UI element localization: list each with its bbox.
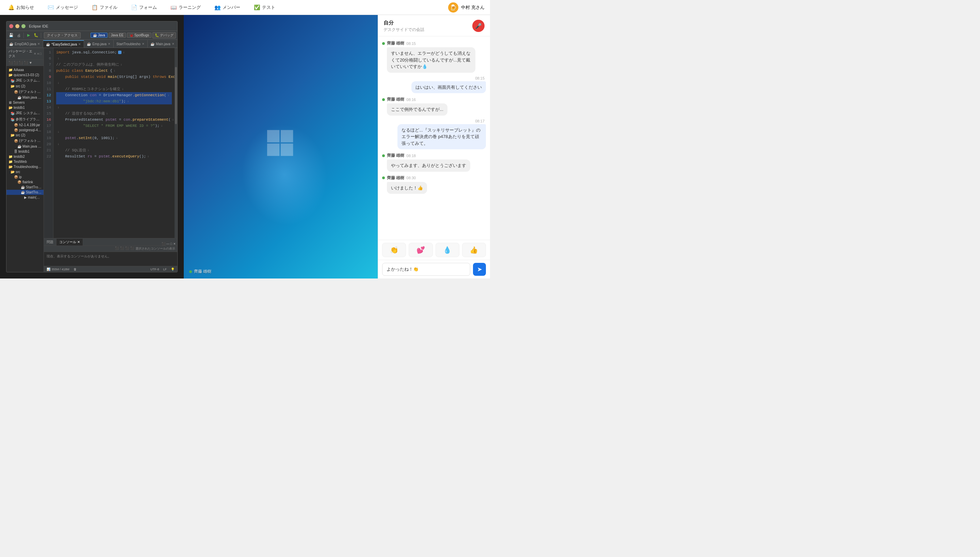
tree-item-default-pkg[interactable]: 📦 (デフォルト・パッケージ) (2) <box>7 89 44 95</box>
console-show-btn[interactable]: 選択されたコンソールの表示 <box>136 246 175 251</box>
chat-input[interactable] <box>382 263 470 276</box>
tree-item-src[interactable]: 📂 src (2) <box>7 84 44 89</box>
mic-button[interactable]: 🎤 <box>472 20 485 32</box>
tb-print-btn[interactable]: 🖨 <box>15 32 22 39</box>
console-icon3[interactable]: ⬛ <box>125 246 129 251</box>
tb-save-btn[interactable]: 💾 <box>8 32 15 39</box>
chat-send-button[interactable]: ➤ <box>473 263 486 276</box>
tab-close-empdao[interactable]: ✕ <box>38 42 40 46</box>
console-icon4[interactable]: ⬛ <box>130 246 134 251</box>
tab-empdao[interactable]: ☕ EmpDAO.java ✕ <box>7 40 43 47</box>
tab-easyselect[interactable]: ☕ *EasySelect.java ✕ <box>43 40 84 47</box>
editor-scrollbar[interactable] <box>175 48 177 238</box>
code-area[interactable]: 1 6 7 8 9 10 11 12 13 14 15 <box>44 48 177 238</box>
tree-item-postgresql[interactable]: 📦 postgresql-42.2.9.jar <box>7 127 44 133</box>
tree-item-ref-lib[interactable]: 📚 参照ライブラリー <box>7 116 44 122</box>
tree-label: JRE システム・ライブラリー [Ja <box>16 111 41 116</box>
tree-item-jre[interactable]: 📚 JRE システム・ライブラリー [Ja <box>7 78 44 84</box>
perspective-debug[interactable]: 🐛 デバッグ <box>152 32 176 38</box>
status-bar: 📊 355M / 418M 🗑 UTF-8 LF <box>44 266 177 272</box>
tree-item-testdb2[interactable]: 📁 testdb2 <box>7 154 44 159</box>
emoji-heart[interactable]: 💕 <box>409 243 433 257</box>
tree-item-src3[interactable]: 📂 src <box>7 169 44 174</box>
tab-close-starttrouble[interactable]: ✕ <box>142 42 145 46</box>
bottom-tab-problems[interactable]: 問題 <box>44 239 57 246</box>
library-icon: 📚 <box>11 112 15 115</box>
tree-item-default-pkg2[interactable]: 📦 (デフォルト・パッケージ) (2) <box>7 138 44 144</box>
tab-starttrouble[interactable]: StartTroublesho ✕ <box>114 40 148 47</box>
tree-item-src2[interactable]: 📂 src (2) <box>7 133 44 138</box>
bottom-close-btn[interactable]: ✕ <box>173 242 176 246</box>
tab-emp[interactable]: ☕ Emp.java ✕ <box>84 40 114 47</box>
perspective-spotbugs[interactable]: 🐞 SpotBugs <box>127 33 152 38</box>
window-minimize-btn[interactable] <box>15 24 20 28</box>
nav-forms[interactable]: 📄 フォーム <box>128 3 160 12</box>
tb-debug-btn[interactable]: 🐛 <box>33 32 39 39</box>
emoji-drop[interactable]: 💧 <box>436 243 459 257</box>
tree-item-aaaa[interactable]: 📁 AAaaa <box>7 67 44 72</box>
pkg-collapse-icon[interactable]: ✕ <box>34 52 36 55</box>
tree-item-flairlink[interactable]: 📦 flairlink <box>7 179 44 185</box>
bottom-panel-icons[interactable]: ⬛ <box>162 242 165 246</box>
code-editor[interactable]: 1 6 7 8 9 10 11 12 13 14 15 <box>44 48 177 272</box>
tree-item-testdb1-node[interactable]: 🗄 testdb1 <box>7 149 44 154</box>
console-status-text: 現在、表示するコンソールがありません。 <box>47 254 111 258</box>
status-garbage[interactable]: 🗑 <box>74 268 77 271</box>
perspective-java[interactable]: ☕ Java <box>90 33 108 38</box>
bottom-tab-console[interactable]: コンソール ✕ <box>57 239 83 246</box>
tree-item-testdb1[interactable]: 📂 testdb1 <box>7 105 44 110</box>
nav-tests[interactable]: ✅ テスト <box>251 3 278 12</box>
tab-main[interactable]: ☕ Main.java ✕ <box>148 40 178 47</box>
pkg-toolbar-icon2[interactable]: ⬛ <box>14 61 18 65</box>
tree-item-testweb[interactable]: 📁 TestWeb <box>7 159 44 164</box>
tree-item-start2[interactable]: ☕ StartTroublesho <box>7 190 44 195</box>
perspective-javaee[interactable]: Java EE <box>109 33 126 38</box>
nav-members[interactable]: 👥 メンバー <box>212 3 243 12</box>
bottom-maximize-btn[interactable]: □ <box>170 242 172 246</box>
tree-item-main2[interactable]: ☕ Main.java (2) <box>7 144 44 149</box>
user-menu[interactable]: 🍺 中村 充さん <box>448 2 485 13</box>
pkg-toolbar-icon5[interactable]: ▼ <box>29 61 32 65</box>
tab-close-main[interactable]: ✕ <box>172 42 175 46</box>
tree-item-servers[interactable]: 🖥 Servers <box>7 100 44 105</box>
pkg-minmax-icon[interactable]: □ <box>40 52 41 55</box>
tree-item-quizans[interactable]: 📂 quizans13-03 (2) <box>7 72 44 78</box>
window-maximize-btn[interactable] <box>21 24 26 28</box>
pkg-menu-icon[interactable]: ≡ <box>37 52 39 55</box>
tree-label: Main.java (2) <box>23 145 41 148</box>
emoji-thumbsup[interactable]: 👍 <box>462 243 486 257</box>
tb-run-btn[interactable]: ▶ <box>25 32 32 39</box>
tab-close-emp[interactable]: ✕ <box>108 42 111 46</box>
scrollbar-thumb[interactable] <box>175 67 177 124</box>
nav-learning[interactable]: 📖 ラーニング <box>168 3 204 12</box>
tree-item-troubleshoot[interactable]: 📂 TroubleshootingExam01 <box>7 164 44 169</box>
nav-notifications[interactable]: 🔔 お知らせ <box>5 3 37 12</box>
console-icon1[interactable]: ⬛ <box>115 246 119 251</box>
tree-item-jre2[interactable]: 📚 JRE システム・ライブラリー [Ja <box>7 110 44 116</box>
svg-rect-2 <box>267 143 279 156</box>
notifications-icon: 🔔 <box>8 5 15 11</box>
tree-item-h2[interactable]: 📦 h2-1.4.199.jar <box>7 122 44 127</box>
nav-messages[interactable]: ✉️ メッセージ <box>45 3 81 12</box>
nav-learning-label: ラーニング <box>179 5 201 11</box>
emoji-clap[interactable]: 👏 <box>382 243 406 257</box>
window-close-btn[interactable] <box>9 24 13 28</box>
msg-time-6: 08:30 <box>406 176 416 180</box>
pkg-toolbar-icon4[interactable]: ⬛ <box>24 61 28 65</box>
java-icon: ☕ <box>21 185 25 189</box>
console-icon2[interactable]: ⬛ <box>120 246 124 251</box>
pkg-toolbar-icon1[interactable]: ⬛ <box>8 61 13 65</box>
tab-close-easyselect[interactable]: ✕ <box>78 42 81 46</box>
pkg-toolbar-icon3[interactable]: ⬛ <box>19 61 23 65</box>
code-content[interactable]: import java.sql.Connection; ↓ ↓ <box>54 48 175 238</box>
tree-item-main-method[interactable]: ▶ main(String[]) <box>7 195 44 200</box>
nav-files[interactable]: 📋 ファイル <box>89 3 120 12</box>
tree-item-ip[interactable]: 📦 ip <box>7 174 44 179</box>
bottom-minimize-btn[interactable]: — <box>167 242 170 246</box>
quick-access-bar[interactable]: クイック・アクセス <box>44 32 81 38</box>
msg-bubble-6: いけました！👍 <box>387 182 427 194</box>
tree-item-start1[interactable]: ☕ StartTroubleshooti <box>7 185 44 190</box>
wallpaper-area: 齊藤 雄樹 <box>184 15 378 278</box>
tree-item-main-java[interactable]: ☕ Main.java (2) <box>7 95 44 100</box>
src-icon: 📂 <box>11 170 15 174</box>
